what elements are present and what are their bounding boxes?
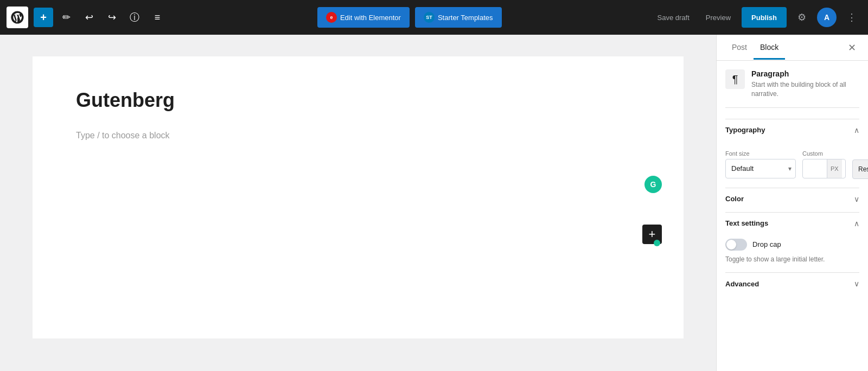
block-info: ¶ Paragraph Start with the building bloc… [725, 69, 859, 108]
edit-icon-button[interactable]: ✏ [56, 8, 76, 27]
text-settings-section: Drop cap Toggle to show a large initial … [725, 234, 859, 271]
advanced-section-header[interactable]: Advanced ∨ [725, 272, 859, 295]
drop-cap-toggle[interactable] [725, 239, 747, 251]
custom-input-wrap: PX [802, 159, 846, 178]
more-options-button[interactable]: ⋮ [842, 8, 861, 27]
block-placeholder[interactable]: Type / to choose a block [76, 125, 640, 146]
reset-col: Reset [852, 159, 868, 179]
list-view-button[interactable]: ≡ [148, 8, 167, 27]
wp-logo-button[interactable] [7, 7, 28, 28]
drop-cap-description: Toggle to show a large initial letter. [725, 255, 859, 264]
block-name: Paragraph [751, 69, 859, 78]
color-chevron-icon: ∨ [854, 195, 859, 203]
block-description: Start with the building block of all nar… [751, 80, 859, 99]
advanced-label: Advanced [725, 280, 759, 288]
block-info-text: Paragraph Start with the building block … [751, 69, 859, 99]
font-size-select[interactable]: Default Small Medium Large X-Large [725, 159, 796, 178]
font-size-select-wrap: Default Small Medium Large X-Large ▾ [725, 159, 796, 178]
editor-canvas: Gutenberg Type / to choose a block G + [0, 35, 716, 371]
add-block-button[interactable]: + [34, 8, 53, 27]
elementor-icon: e [326, 12, 337, 23]
reset-button[interactable]: Reset [852, 159, 868, 179]
color-label: Color [725, 195, 744, 203]
typography-label: Typography [725, 126, 765, 134]
tab-block[interactable]: Block [754, 36, 785, 60]
publish-button[interactable]: Publish [742, 7, 787, 28]
text-settings-label: Text settings [725, 219, 768, 227]
canvas-inner: Gutenberg Type / to choose a block G + [33, 56, 684, 338]
sidebar-content: ¶ Paragraph Start with the building bloc… [717, 61, 868, 371]
main-area: Gutenberg Type / to choose a block G + P… [0, 35, 868, 371]
starter-templates-icon: ST [424, 12, 435, 23]
preview-button[interactable]: Preview [700, 10, 736, 25]
list-icon: ≡ [155, 12, 161, 23]
text-settings-section-header[interactable]: Text settings ∧ [725, 212, 859, 234]
right-sidebar: Post Block ✕ ¶ Paragraph Start with the … [716, 35, 868, 371]
redo-button[interactable]: ↪ [102, 8, 122, 27]
undo-button[interactable]: ↩ [79, 8, 99, 27]
sidebar-tabs: Post Block ✕ [717, 35, 868, 61]
starter-templates-button[interactable]: ST Starter Templates [415, 7, 502, 28]
redo-icon: ↪ [108, 11, 116, 23]
grammarly-icon[interactable]: G [644, 176, 662, 193]
more-icon: ⋮ [847, 11, 857, 23]
font-size-row: Font size Default Small Medium Large X-L… [725, 150, 859, 179]
close-sidebar-button[interactable]: ✕ [844, 40, 859, 55]
toolbar-left: + ✏ ↩ ↪ ⓘ ≡ [7, 7, 167, 28]
placeholder-text: Type / to choose a block [76, 131, 170, 140]
drop-cap-label: Drop cap [752, 240, 781, 248]
font-size-col: Font size Default Small Medium Large X-L… [725, 150, 796, 178]
pencil-icon: ✏ [62, 11, 71, 23]
color-section-header[interactable]: Color ∨ [725, 188, 859, 210]
undo-icon: ↩ [85, 11, 93, 23]
custom-col: Custom PX [802, 150, 846, 178]
close-icon: ✕ [848, 42, 856, 54]
avatar-button[interactable]: A [817, 8, 837, 27]
px-label: PX [827, 159, 842, 178]
dot-indicator [654, 240, 660, 246]
save-draft-button[interactable]: Save draft [652, 10, 695, 25]
info-icon: ⓘ [130, 11, 139, 24]
gear-icon: ⚙ [797, 11, 806, 23]
starter-templates-label: Starter Templates [438, 14, 493, 22]
typography-chevron-icon: ∧ [854, 126, 859, 135]
text-settings-chevron-icon: ∧ [854, 219, 859, 228]
advanced-chevron-icon: ∨ [854, 279, 859, 288]
info-button[interactable]: ⓘ [125, 8, 144, 27]
font-size-label: Font size [725, 150, 796, 157]
tab-post[interactable]: Post [725, 36, 754, 60]
typography-section-header[interactable]: Typography ∧ [725, 119, 859, 141]
edit-elementor-label: Edit with Elementor [340, 14, 401, 22]
post-title[interactable]: Gutenberg [76, 89, 640, 112]
paragraph-block-icon: ¶ [725, 69, 745, 89]
toolbar: + ✏ ↩ ↪ ⓘ ≡ e Edit with Elementor [0, 0, 868, 35]
toolbar-center: e Edit with Elementor ST Starter Templat… [171, 7, 648, 28]
drop-cap-row: Drop cap [725, 239, 859, 251]
custom-font-size-input[interactable] [803, 161, 827, 176]
toolbar-right: Save draft Preview Publish ⚙ A ⋮ [652, 7, 861, 28]
edit-elementor-button[interactable]: e Edit with Elementor [317, 7, 410, 28]
plus-icon: + [40, 11, 47, 24]
typography-section: Font size Default Small Medium Large X-L… [725, 141, 859, 186]
settings-button[interactable]: ⚙ [792, 8, 812, 27]
custom-label: Custom [802, 150, 846, 157]
